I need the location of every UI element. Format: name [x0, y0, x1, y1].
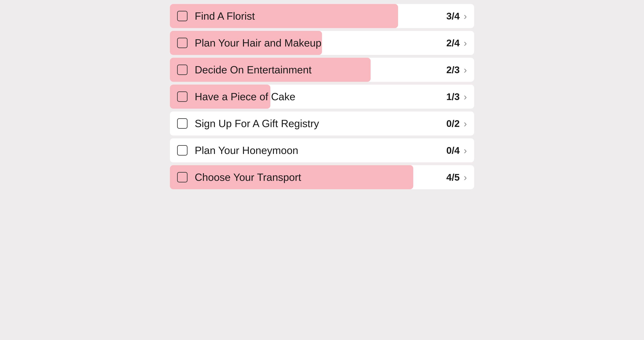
item-count-honeymoon: 0/4	[446, 145, 460, 156]
checkbox-find-florist[interactable]	[177, 11, 188, 21]
checkbox-honeymoon[interactable]	[177, 145, 188, 155]
item-label-cake: Have a Piece of Cake	[195, 91, 446, 103]
checkbox-entertainment[interactable]	[177, 65, 188, 75]
item-count-hair-makeup: 2/4	[446, 38, 460, 49]
item-count-cake: 1/3	[446, 91, 460, 102]
chevron-icon-honeymoon: ›	[464, 145, 467, 156]
item-count-gift-registry: 0/2	[446, 118, 460, 129]
item-label-transport: Choose Your Transport	[195, 171, 446, 183]
item-count-find-florist: 3/4	[446, 11, 460, 22]
checkbox-hair-makeup[interactable]	[177, 38, 188, 48]
list-item-hair-makeup[interactable]: Plan Your Hair and Makeup2/4›	[170, 31, 474, 55]
list-item-entertainment[interactable]: Decide On Entertainment2/3›	[170, 58, 474, 82]
checklist: Find A Florist3/4›Plan Your Hair and Mak…	[170, 4, 474, 189]
checkbox-gift-registry[interactable]	[177, 118, 188, 129]
checkbox-transport[interactable]	[177, 172, 188, 183]
item-label-honeymoon: Plan Your Honeymoon	[195, 144, 446, 156]
chevron-icon-entertainment: ›	[464, 64, 467, 75]
list-item-cake[interactable]: Have a Piece of Cake1/3›	[170, 85, 474, 109]
chevron-icon-cake: ›	[464, 91, 467, 102]
item-count-entertainment: 2/3	[446, 64, 460, 75]
checkbox-cake[interactable]	[177, 91, 188, 102]
chevron-icon-gift-registry: ›	[464, 118, 467, 129]
list-item-gift-registry[interactable]: Sign Up For A Gift Registry0/2›	[170, 111, 474, 135]
item-count-transport: 4/5	[446, 172, 460, 183]
list-item-honeymoon[interactable]: Plan Your Honeymoon0/4›	[170, 138, 474, 162]
chevron-icon-transport: ›	[464, 172, 467, 183]
list-item-transport[interactable]: Choose Your Transport4/5›	[170, 165, 474, 189]
item-label-hair-makeup: Plan Your Hair and Makeup	[195, 37, 446, 49]
list-item-find-florist[interactable]: Find A Florist3/4›	[170, 4, 474, 28]
chevron-icon-find-florist: ›	[464, 11, 467, 22]
item-label-gift-registry: Sign Up For A Gift Registry	[195, 117, 446, 129]
item-label-entertainment: Decide On Entertainment	[195, 64, 446, 76]
item-label-find-florist: Find A Florist	[195, 10, 446, 22]
chevron-icon-hair-makeup: ›	[464, 38, 467, 49]
